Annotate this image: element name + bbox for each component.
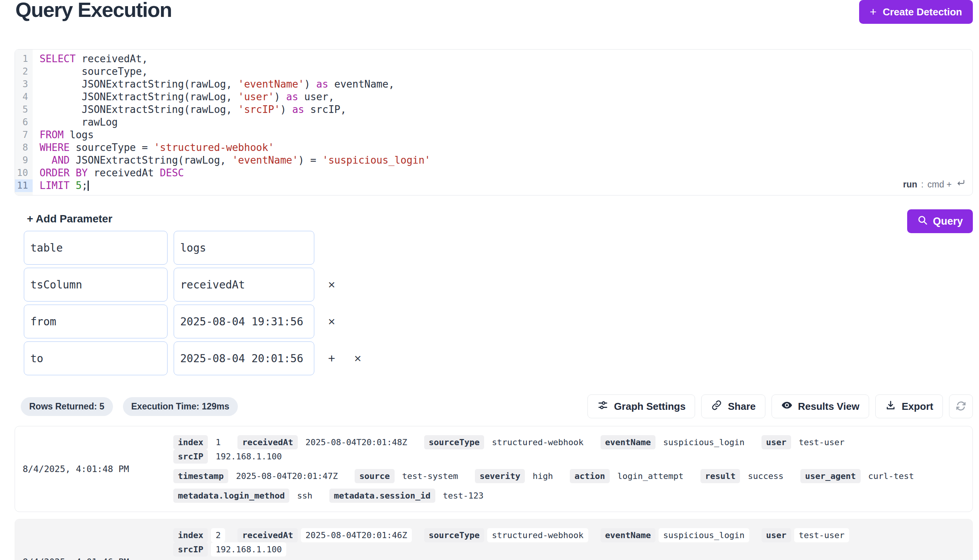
sql-editor[interactable]: 1SELECT receivedAt,2 sourceType,3 JSONEx… xyxy=(15,49,973,195)
rows-returned-badge: Rows Returned: 5 xyxy=(21,397,113,416)
line-number: 8 xyxy=(15,141,33,154)
share-button[interactable]: Share xyxy=(701,395,765,418)
field-key-badge: result xyxy=(700,469,740,483)
run-separator: : xyxy=(921,178,923,191)
add-parameter-inline-button[interactable]: + xyxy=(323,350,340,367)
query-button[interactable]: Query xyxy=(907,209,973,233)
field-value: 2 xyxy=(211,528,225,542)
field-value: test-user xyxy=(794,528,849,542)
param-value-input[interactable] xyxy=(173,305,314,338)
code-line[interactable]: 5 JSONExtractString(rawLog, 'srcIP') as … xyxy=(15,103,972,116)
remove-parameter-button[interactable]: × xyxy=(323,313,340,330)
result-timestamp: 8/4/2025, 4:01:46 PM xyxy=(23,525,173,560)
export-label: Export xyxy=(902,401,933,413)
parameter-row: × xyxy=(24,268,973,302)
text-cursor xyxy=(88,180,89,191)
results-view-button[interactable]: Results View xyxy=(772,395,869,418)
toolbar-buttons: Graph Settings Share Results View Export xyxy=(587,395,973,418)
field-key-badge: user xyxy=(762,528,791,542)
field-pair: user_agentcurl-test xyxy=(801,469,919,483)
code-line[interactable]: 11LIMIT 5; xyxy=(15,179,972,192)
code-line[interactable]: 1SELECT receivedAt, xyxy=(15,53,972,65)
param-value-input[interactable] xyxy=(173,342,314,375)
results-view-label: Results View xyxy=(798,401,859,413)
result-rows: 8/4/2025, 4:01:48 PMindex1receivedAt2025… xyxy=(15,426,973,560)
page-header: Query Execution + Create Detection xyxy=(15,0,973,24)
field-pair: srcIP192.168.1.100 xyxy=(173,542,286,557)
field-pair: eventNamesuspicious_login xyxy=(600,435,749,449)
field-value: 192.168.1.100 xyxy=(211,449,286,463)
code-line[interactable]: 7FROM logs xyxy=(15,129,972,141)
field-key-badge: timestamp xyxy=(173,469,228,483)
add-parameter-button[interactable]: + Add Parameter xyxy=(25,212,115,225)
param-key-input[interactable] xyxy=(24,268,167,302)
parameter-row xyxy=(24,231,973,265)
code-line[interactable]: 10ORDER BY receivedAt DESC xyxy=(15,167,972,179)
param-key-input[interactable] xyxy=(24,342,167,375)
graph-settings-button[interactable]: Graph Settings xyxy=(587,395,695,418)
code-text: LIMIT 5; xyxy=(40,179,89,192)
graph-settings-label: Graph Settings xyxy=(614,401,685,413)
line-number: 1 xyxy=(15,53,33,65)
field-key-badge: index xyxy=(173,435,208,449)
plus-icon: + xyxy=(870,5,877,18)
field-value: suspicious_login xyxy=(659,435,749,449)
field-key-badge: source xyxy=(355,469,394,483)
field-pair: resultsuccess xyxy=(700,469,788,483)
field-value: test-system xyxy=(398,469,463,483)
param-key-input[interactable] xyxy=(24,231,167,265)
code-text: JSONExtractString(rawLog, 'user') as use… xyxy=(40,91,334,103)
field-line: index2receivedAt2025-08-04T20:01:46Zsour… xyxy=(173,528,965,557)
line-number: 10 xyxy=(15,167,33,179)
remove-parameter-button[interactable]: × xyxy=(323,276,340,293)
code-text: JSONExtractString(rawLog, 'eventName') a… xyxy=(40,78,395,91)
create-detection-label: Create Detection xyxy=(882,6,962,18)
field-key-badge: sourceType xyxy=(424,528,484,542)
param-value-input[interactable] xyxy=(173,268,314,302)
return-key-icon xyxy=(956,178,966,191)
code-text: rawLog xyxy=(40,116,118,129)
code-line[interactable]: 8WHERE sourceType = 'structured-webhook' xyxy=(15,141,972,154)
result-fields: index1receivedAt2025-08-04T20:01:48Zsour… xyxy=(173,432,965,505)
code-text: sourceType, xyxy=(40,65,148,78)
param-key-input[interactable] xyxy=(24,305,167,338)
create-detection-button[interactable]: + Create Detection xyxy=(859,0,973,24)
line-number: 4 xyxy=(15,91,33,103)
code-lines: 1SELECT receivedAt,2 sourceType,3 JSONEx… xyxy=(15,53,972,192)
refresh-button[interactable] xyxy=(949,395,973,418)
line-number: 9 xyxy=(15,154,33,167)
code-line[interactable]: 4 JSONExtractString(rawLog, 'user') as u… xyxy=(15,91,972,103)
field-pair: usertest-user xyxy=(762,528,849,542)
code-line[interactable]: 3 JSONExtractString(rawLog, 'eventName')… xyxy=(15,78,972,91)
field-pair: index2 xyxy=(173,528,225,542)
line-number: 5 xyxy=(15,103,33,116)
result-row[interactable]: 8/4/2025, 4:01:48 PMindex1receivedAt2025… xyxy=(15,426,973,512)
field-pair: metadata.session_idtest-123 xyxy=(329,488,489,503)
field-key-badge: eventName xyxy=(600,435,655,449)
field-value: structured-webhook xyxy=(487,435,588,449)
field-value: ssh xyxy=(292,488,317,503)
parameter-grid: ××+× xyxy=(15,231,973,375)
field-value: 2025-08-04T20:01:46Z xyxy=(301,528,412,542)
link-icon xyxy=(711,400,722,414)
field-key-badge: severity xyxy=(475,469,525,483)
refresh-icon xyxy=(955,400,967,413)
field-key-badge: action xyxy=(570,469,609,483)
parameter-row: +× xyxy=(24,342,973,375)
result-badges: Rows Returned: 5 Execution Time: 129ms xyxy=(21,397,238,416)
sliders-icon xyxy=(597,400,609,414)
download-icon xyxy=(885,400,896,414)
remove-parameter-button[interactable]: × xyxy=(349,350,367,367)
field-value: 2025-08-04T20:01:47Z xyxy=(231,469,342,483)
param-value-input[interactable] xyxy=(173,231,314,265)
code-line[interactable]: 6 rawLog xyxy=(15,116,972,129)
results-toolbar: Rows Returned: 5 Execution Time: 129ms G… xyxy=(15,395,973,418)
field-value: login_attempt xyxy=(613,469,688,483)
query-execution-page: Query Execution + Create Detection 1SELE… xyxy=(0,0,979,560)
code-line[interactable]: 2 sourceType, xyxy=(15,65,972,78)
field-value: 1 xyxy=(211,435,225,449)
result-row[interactable]: 8/4/2025, 4:01:46 PMindex2receivedAt2025… xyxy=(15,519,973,560)
code-line[interactable]: 9 AND JSONExtractString(rawLog, 'eventNa… xyxy=(15,154,972,167)
run-shortcut-hint: run : cmd + xyxy=(903,178,966,191)
export-button[interactable]: Export xyxy=(875,395,943,418)
